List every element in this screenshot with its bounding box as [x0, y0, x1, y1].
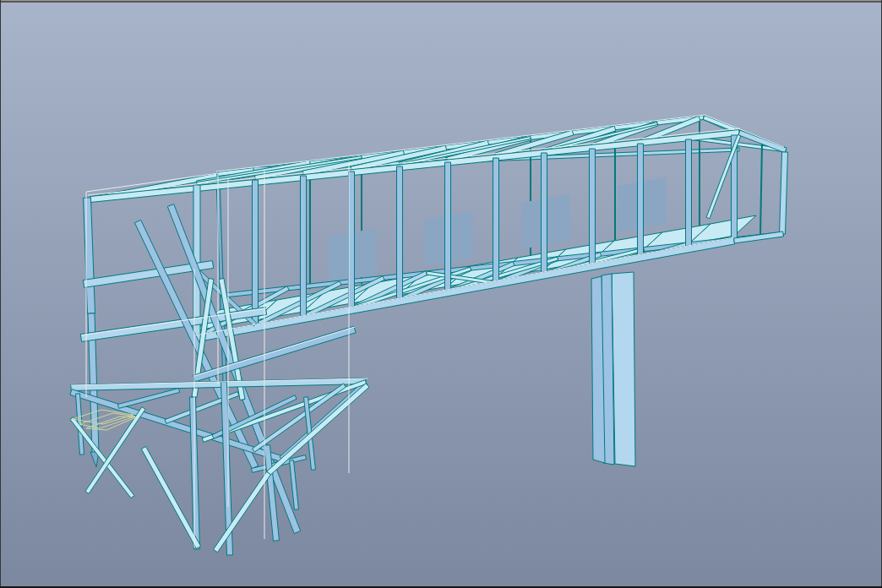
near-post: [301, 176, 307, 317]
platform-joist: [117, 389, 179, 409]
end-post-far: [780, 152, 788, 234]
end-mid-post: [760, 144, 762, 235]
end-bottom-beam: [734, 231, 784, 243]
model-scene[interactable]: [0, 0, 882, 588]
pier-column-back-flange: [612, 272, 635, 466]
cad-3d-viewport[interactable]: [0, 0, 882, 588]
near-post: [542, 153, 547, 275]
near-post: [590, 149, 596, 266]
near-post: [253, 180, 259, 325]
window-border-left: [0, 0, 1, 588]
near-post: [686, 139, 692, 249]
near-post: [493, 158, 499, 283]
near-post: [445, 162, 451, 291]
near-post: [397, 166, 403, 300]
near-post: [638, 144, 644, 258]
base-brace: [214, 471, 271, 552]
near-post: [349, 172, 355, 308]
window-border-top: [0, 1, 882, 3]
tower-leg-upper: [84, 198, 95, 313]
support-leg: [290, 460, 299, 510]
base-brace: [70, 416, 134, 498]
